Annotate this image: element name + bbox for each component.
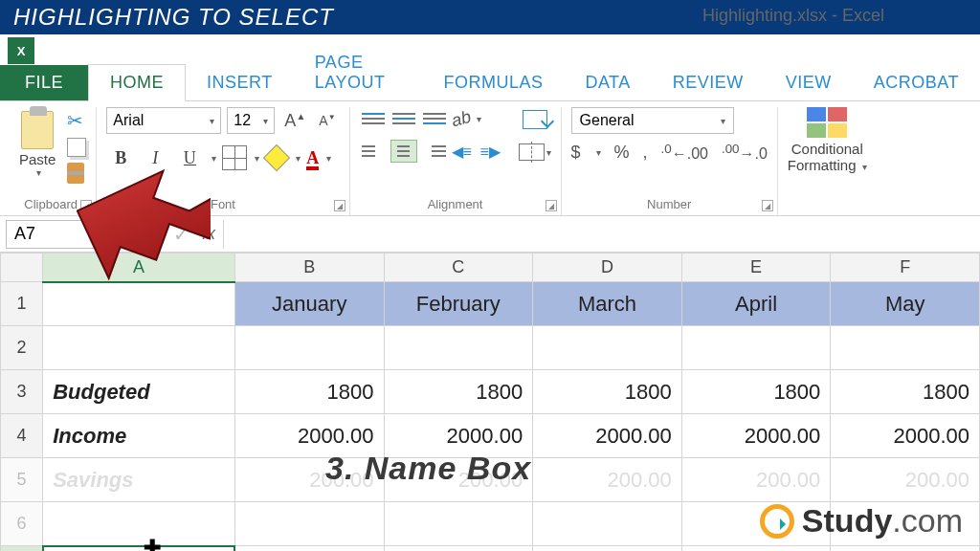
- tab-file[interactable]: FILE: [0, 65, 88, 100]
- paste-button[interactable]: Paste ▾: [15, 107, 59, 184]
- bold-button[interactable]: B: [106, 143, 135, 172]
- chevron-down-icon[interactable]: ▾: [212, 153, 216, 164]
- alignment-dialog-launcher[interactable]: ◢: [546, 200, 557, 211]
- cell-d1[interactable]: March: [533, 282, 682, 326]
- increase-font-button[interactable]: A▲: [280, 111, 309, 131]
- conditional-formatting-button[interactable]: ConditionalFormatting ▾: [788, 107, 867, 173]
- formula-input[interactable]: [223, 220, 980, 249]
- cell-a3[interactable]: Budgeted: [43, 370, 235, 414]
- cell-e7[interactable]: [681, 546, 831, 552]
- cell-d7[interactable]: [533, 546, 682, 552]
- cell-b7[interactable]: [234, 546, 384, 552]
- align-bottom-button[interactable]: [421, 107, 448, 130]
- chevron-down-icon[interactable]: ▾: [477, 114, 481, 124]
- chevron-down-icon[interactable]: ▾: [255, 153, 259, 164]
- tab-data[interactable]: DATA: [564, 65, 651, 100]
- row-header-7[interactable]: 7: [1, 546, 43, 552]
- font-name-select[interactable]: Arial▾: [106, 107, 221, 134]
- align-left-button[interactable]: [360, 140, 387, 163]
- cell-a4[interactable]: Income: [43, 414, 235, 458]
- row-header-1[interactable]: 1: [1, 282, 43, 326]
- cell-e5[interactable]: 200.00: [681, 458, 831, 502]
- increase-decimal-button[interactable]: .0←.00: [661, 142, 708, 163]
- align-center-button[interactable]: [390, 140, 417, 163]
- wrap-text-button[interactable]: [519, 107, 551, 132]
- cancel-formula-button[interactable]: ✕: [135, 223, 166, 246]
- percent-button[interactable]: %: [614, 143, 630, 163]
- underline-button[interactable]: U: [175, 143, 204, 172]
- cell-c2[interactable]: [384, 326, 533, 370]
- font-dialog-launcher[interactable]: ◢: [334, 200, 345, 211]
- row-header-6[interactable]: 6: [1, 502, 43, 546]
- tab-formulas[interactable]: FORMULAS: [422, 65, 564, 100]
- tab-insert[interactable]: INSERT: [186, 65, 294, 100]
- decrease-indent-button[interactable]: ◀≡: [452, 140, 477, 163]
- row-header-4[interactable]: 4: [1, 414, 43, 458]
- cell-d3[interactable]: 1800: [533, 370, 682, 414]
- tab-page-layout[interactable]: PAGE LAYOUT: [294, 45, 423, 100]
- copy-button[interactable]: [67, 138, 86, 157]
- chevron-down-icon[interactable]: ▾: [596, 147, 601, 158]
- tab-view[interactable]: VIEW: [765, 65, 853, 100]
- number-dialog-launcher[interactable]: ◢: [762, 200, 773, 211]
- cell-b3[interactable]: 1800: [234, 370, 384, 414]
- cell-d4[interactable]: 2000.00: [533, 414, 682, 458]
- cell-b2[interactable]: [234, 326, 384, 370]
- chevron-down-icon[interactable]: ▾: [326, 153, 331, 164]
- cell-f3[interactable]: 1800: [831, 370, 980, 414]
- cell-f7[interactable]: [831, 546, 980, 552]
- font-color-button[interactable]: A: [306, 148, 319, 168]
- cell-f2[interactable]: [831, 326, 980, 370]
- font-size-select[interactable]: 12▾: [227, 107, 275, 134]
- italic-button[interactable]: I: [141, 143, 169, 172]
- col-header-d[interactable]: D: [533, 253, 682, 282]
- cell-c1[interactable]: February: [384, 282, 533, 326]
- decrease-font-button[interactable]: A▼: [315, 113, 339, 128]
- cell-e1[interactable]: April: [681, 282, 831, 326]
- orientation-button[interactable]: ab: [449, 106, 473, 130]
- increase-indent-button[interactable]: ≡▶: [480, 140, 505, 163]
- cell-e4[interactable]: 2000.00: [681, 414, 831, 458]
- cut-button[interactable]: ✂: [67, 109, 86, 132]
- align-top-button[interactable]: [360, 107, 387, 130]
- col-header-e[interactable]: E: [681, 253, 831, 282]
- tab-review[interactable]: REVIEW: [652, 65, 765, 100]
- cell-a2[interactable]: [43, 326, 235, 370]
- col-header-a[interactable]: A: [43, 253, 235, 282]
- cell-f1[interactable]: May: [831, 282, 980, 326]
- row-header-5[interactable]: 5: [1, 458, 43, 502]
- fill-color-button[interactable]: [265, 146, 288, 169]
- borders-button[interactable]: [222, 145, 247, 170]
- row-header-2[interactable]: 2: [1, 326, 43, 370]
- cell-d6[interactable]: [533, 502, 682, 546]
- col-header-b[interactable]: B: [234, 253, 384, 282]
- col-header-c[interactable]: C: [384, 253, 533, 282]
- cell-d5[interactable]: 200.00: [533, 458, 682, 502]
- cell-f5[interactable]: 200.00: [831, 458, 980, 502]
- cell-d2[interactable]: [533, 326, 682, 370]
- comma-button[interactable]: ,: [643, 143, 648, 163]
- align-middle-button[interactable]: [390, 107, 417, 130]
- cell-f4[interactable]: 2000.00: [831, 414, 980, 458]
- excel-app-icon[interactable]: X: [8, 37, 34, 64]
- cell-a6[interactable]: [43, 502, 235, 546]
- format-painter-button[interactable]: [67, 163, 84, 184]
- tab-home[interactable]: HOME: [88, 64, 186, 101]
- cell-c6[interactable]: [384, 502, 533, 546]
- insert-function-button[interactable]: fx: [202, 224, 215, 244]
- select-all-corner[interactable]: [1, 253, 43, 282]
- currency-button[interactable]: $: [571, 143, 581, 163]
- row-header-3[interactable]: 3: [1, 370, 43, 414]
- name-box[interactable]: A7▾: [6, 220, 121, 249]
- cell-e2[interactable]: [681, 326, 831, 370]
- number-format-select[interactable]: General▾: [571, 107, 734, 134]
- cell-b1[interactable]: January: [234, 282, 384, 326]
- decrease-decimal-button[interactable]: .00→.0: [722, 142, 768, 163]
- cell-a7[interactable]: [43, 546, 235, 552]
- enter-formula-button[interactable]: ✓: [166, 223, 196, 246]
- chevron-down-icon[interactable]: ▾: [296, 153, 301, 164]
- cell-b6[interactable]: [234, 502, 384, 546]
- cell-a5[interactable]: Savings: [43, 458, 235, 502]
- merge-center-button[interactable]: ▾: [519, 140, 551, 165]
- cell-e3[interactable]: 1800: [681, 370, 831, 414]
